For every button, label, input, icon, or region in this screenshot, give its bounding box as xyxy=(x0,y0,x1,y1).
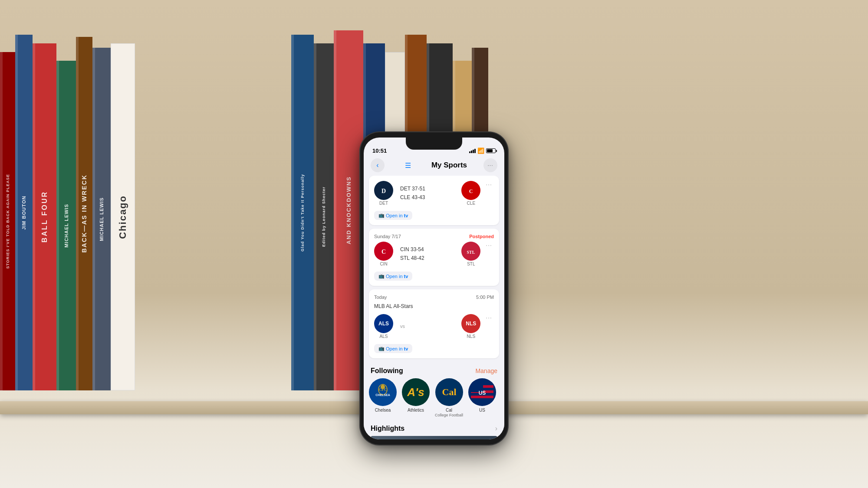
book-chicago: Chicago xyxy=(111,43,135,390)
book-knockdowns: AND KNOCKDOWNS xyxy=(334,30,363,390)
scene: STORIES I'VE TOLD BACK AGAIN PLEASE JIM … xyxy=(0,0,868,488)
cin-label: CIN xyxy=(380,262,387,266)
book-glad: Glad You Didn't Take It Personally xyxy=(291,35,314,390)
book-back-wreck: BACK—AS IN WRECK xyxy=(76,37,92,390)
svg-point-13 xyxy=(381,385,385,389)
tv-icon: 📺 xyxy=(378,213,385,218)
cle-logo: C xyxy=(461,181,480,200)
score-card-cin-stl[interactable]: Sunday 7/17 Postponed C xyxy=(369,229,499,286)
stl-label: STL xyxy=(467,262,475,266)
cle-label: CLE xyxy=(467,201,475,206)
tv-icon-2: 📺 xyxy=(378,273,385,279)
highlights-header: Highlights › xyxy=(364,425,504,436)
cin-stl-more[interactable]: ··· xyxy=(484,242,494,249)
open-tv-cin-stl[interactable]: 📺 Open in tv xyxy=(374,272,412,281)
allstar-more[interactable]: ··· xyxy=(484,314,494,321)
svg-text:STL: STL xyxy=(467,250,475,255)
phone: 10:51 📶 xyxy=(360,132,508,445)
book-2: JIM BOUTON xyxy=(15,35,33,390)
highlights-title: Highlights xyxy=(371,425,404,432)
svg-text:C: C xyxy=(469,188,473,194)
score-card-allstar[interactable]: Today 5:00 PM MLB AL All-Stars ALS ALS xyxy=(369,289,499,358)
chelsea-logo: CFC CHELSEA xyxy=(369,378,397,406)
allstar-time: 5:00 PM xyxy=(476,295,494,300)
list-button[interactable]: ☰ xyxy=(401,158,415,172)
us-name: US xyxy=(479,408,485,413)
following-section: Following Manage xyxy=(364,362,504,423)
back-button[interactable]: ‹ xyxy=(371,158,385,172)
tv-icon-3: 📺 xyxy=(378,346,385,351)
status-time: 10:51 xyxy=(372,147,387,154)
team-item-cal[interactable]: Cal Cal College Football xyxy=(435,378,463,418)
allstar-event: MLB AL All-Stars xyxy=(374,302,494,311)
svg-text:D: D xyxy=(381,188,386,194)
score-card-det-cle[interactable]: D DET DET 37-51 CLE 43-43 xyxy=(369,176,499,225)
det-label: DET xyxy=(379,201,388,206)
notch xyxy=(406,138,462,150)
cal-logo: Cal xyxy=(435,378,463,406)
cin-stl-date: Sunday 7/17 xyxy=(374,234,401,239)
phone-wrapper: 10:51 📶 xyxy=(360,132,508,445)
chelsea-name: Chelsea xyxy=(375,408,391,413)
book-ball-four-1: BALL FOUR xyxy=(33,43,56,390)
cin-stl-scores: CIN 33-54 STL 48-42 xyxy=(397,246,458,262)
book-lewis-1: MICHAEL LEWIS xyxy=(56,61,76,390)
allstar-date: Today xyxy=(374,295,387,300)
signal-icon xyxy=(469,149,476,153)
video-thumbnail: ★ StateFarm GIVEAWAY • AUG. 3 BECOME A 2… xyxy=(369,436,499,439)
team-item-chelsea[interactable]: CFC CHELSEA Chelsea xyxy=(369,378,397,418)
det-cle-scores: DET 37-51 CLE 43-43 xyxy=(397,185,458,201)
svg-text:CHELSEA: CHELSEA xyxy=(375,393,390,396)
athletics-logo: A's xyxy=(402,378,430,406)
nav-bar: ‹ ☰ My Sports ··· xyxy=(364,157,504,176)
following-title: Following xyxy=(371,367,403,375)
als-logo: ALS xyxy=(374,314,393,333)
svg-text:C: C xyxy=(381,249,386,255)
highlights-arrow[interactable]: › xyxy=(495,425,497,432)
allstar-scores: vs xyxy=(397,323,458,331)
det-cle-bottom: 📺 Open in tv xyxy=(374,208,494,220)
status-icons: 📶 xyxy=(469,147,496,154)
stl-logo: STL xyxy=(461,242,480,261)
allstar-bottom: 📺 Open in tv xyxy=(374,341,494,353)
more-button[interactable]: ··· xyxy=(483,158,497,172)
nls-logo: NLS xyxy=(461,314,480,333)
postponed-badge: Postponed xyxy=(469,234,494,239)
following-teams-row: CFC CHELSEA Chelsea xyxy=(364,378,504,423)
nls-label: NLS xyxy=(467,334,475,339)
cin-stl-bottom: 📺 Open in tv xyxy=(374,269,494,281)
svg-text:Cal: Cal xyxy=(442,386,456,397)
highlight-video[interactable]: ★ StateFarm GIVEAWAY • AUG. 3 BECOME A 2… xyxy=(369,436,499,439)
us-logo: US xyxy=(468,378,496,406)
open-tv-det-cle[interactable]: 📺 Open in tv xyxy=(374,211,412,220)
det-logo: D xyxy=(374,181,393,200)
highlights-section: Highlights › ★ StateFarm xyxy=(364,423,504,439)
team-item-athletics[interactable]: A's Athletics xyxy=(402,378,430,418)
battery-icon xyxy=(486,148,496,153)
athletics-name: Athletics xyxy=(408,408,424,413)
svg-text:A's: A's xyxy=(407,386,424,399)
als-label: ALS xyxy=(380,334,388,339)
book-lewis-2: MICHAEL LEWIS xyxy=(92,48,111,390)
det-cle-more[interactable]: ··· xyxy=(484,181,494,188)
cal-name: Cal xyxy=(446,408,452,413)
cin-logo: C xyxy=(374,242,393,261)
manage-button[interactable]: Manage xyxy=(475,367,497,374)
team-item-us[interactable]: US US xyxy=(468,378,496,418)
book-edited: Edited by Leonard Shecter xyxy=(314,43,334,390)
cal-subtitle: College Football xyxy=(435,413,463,418)
book-1: STORIES I'VE TOLD BACK AGAIN PLEASE xyxy=(0,52,15,390)
page-title: My Sports xyxy=(431,161,467,170)
wifi-icon: 📶 xyxy=(477,147,484,154)
phone-screen: 10:51 📶 xyxy=(364,138,504,439)
svg-text:US: US xyxy=(479,390,486,396)
content-area[interactable]: D DET DET 37-51 CLE 43-43 xyxy=(364,176,504,439)
open-tv-allstar[interactable]: 📺 Open in tv xyxy=(374,344,412,353)
following-header: Following Manage xyxy=(364,362,504,378)
